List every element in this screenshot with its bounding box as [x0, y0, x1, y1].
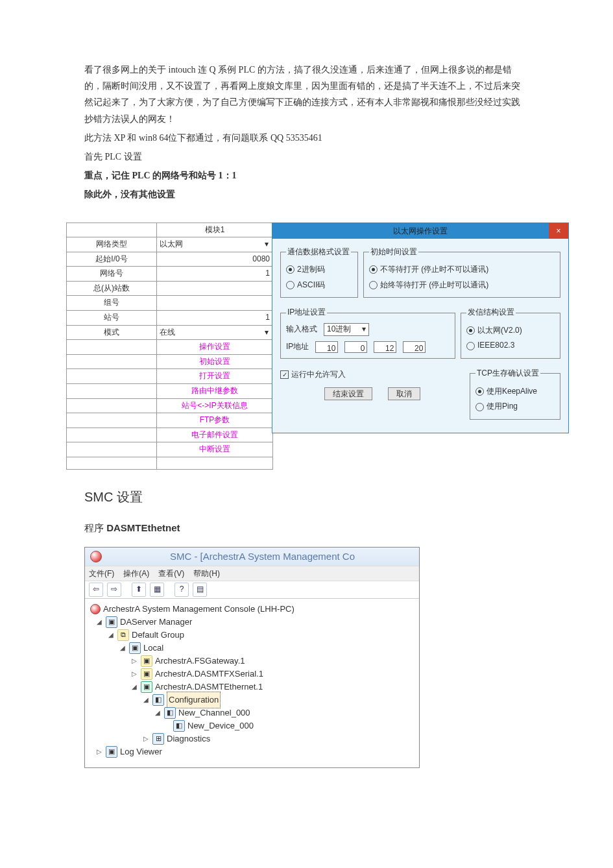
row-net-type-value[interactable]: 以太网 ▾	[157, 237, 273, 252]
menu-file[interactable]: 文件(F)	[89, 566, 114, 581]
toolbar-back-icon[interactable]: ⇦	[89, 583, 103, 597]
tree-dasmteth[interactable]: ▣ ArchestrA.DASMTEthernet.1	[90, 681, 414, 693]
row-mode-value[interactable]: 在线 ▾	[157, 325, 273, 340]
tree-logviewer[interactable]: ▣ Log Viewer	[90, 745, 414, 758]
radio-nowait-label: 不等待打开 (停止时不可以通讯)	[380, 263, 488, 277]
ip-octet-1[interactable]: 10	[315, 341, 338, 353]
console-icon	[90, 604, 101, 614]
computer-icon: ▣	[129, 642, 141, 654]
diagnostics-icon: ⊞	[152, 733, 164, 745]
expand-icon[interactable]	[155, 707, 162, 719]
link-route-relay[interactable]: 路由中继参数	[157, 384, 273, 399]
radio-icon	[466, 326, 475, 335]
paragraph-intro: 看了很多网上的关于 intouch 连 Q 系例 PLC 的方法，搞了很久没连通…	[84, 62, 529, 127]
expand-icon[interactable]	[108, 629, 115, 641]
link-sta-ip-assoc[interactable]: 站号<->IP关联信息	[157, 398, 273, 413]
env-part2: 64位下都通过，有问题联系 QQ	[159, 133, 283, 143]
ip-settings-group: IP地址设置 输入格式 10进制 ▾ IP地址 10 0	[280, 306, 455, 359]
row-start-io-value[interactable]: 0080	[157, 252, 273, 267]
link-email-settings[interactable]: 电子邮件设置	[157, 428, 273, 442]
btn-cancel[interactable]: 取消	[388, 387, 420, 400]
init-time-legend: 初始时间设置	[369, 245, 418, 259]
link-init-settings[interactable]: 初始设置	[157, 354, 273, 369]
expand-icon[interactable]	[120, 642, 126, 654]
program-name: DASMTEthetnet	[106, 522, 180, 533]
smc-screenshot: SMC - [ArchestrA System Management Co 文件…	[84, 547, 420, 768]
radio-icon	[369, 265, 378, 274]
radio-ping[interactable]: 使用Ping	[475, 400, 555, 414]
radio-binary[interactable]: 2进制码	[286, 263, 352, 277]
server-icon: ▣	[106, 616, 117, 628]
link-interrupt-settings[interactable]: 中断设置	[157, 442, 273, 457]
config-icon: ◧	[152, 694, 164, 706]
ip-octet-3[interactable]: 12	[374, 341, 396, 353]
expand-icon[interactable]	[132, 655, 138, 667]
menu-view[interactable]: 查看(V)	[158, 566, 184, 581]
tree-fsgateway[interactable]: ▣ ArchestrA.FSGateway.1	[90, 655, 414, 668]
row-group-value[interactable]	[157, 296, 273, 311]
dropdown-icon: ▾	[362, 322, 366, 337]
ip-address-label: IP地址	[286, 340, 309, 354]
btn-end-settings[interactable]: 结束设置	[324, 387, 372, 400]
tree-logviewer-label: Log Viewer	[120, 744, 162, 759]
toolbar-props-icon[interactable]: ▦	[150, 583, 164, 597]
ip-octet-4[interactable]: 20	[403, 341, 426, 353]
radio-wait[interactable]: 始终等待打开 (停止时可以通讯)	[369, 278, 555, 293]
toolbar-help-icon[interactable]: ?	[174, 583, 189, 597]
ip-format-select[interactable]: 10进制 ▾	[324, 323, 369, 336]
smc-heading: SMC 设置	[84, 485, 529, 509]
toolbar-up-icon[interactable]: ⬆	[132, 583, 146, 597]
radio-wait-label: 始终等待打开 (停止时可以通讯)	[380, 278, 488, 293]
radio-eth-v2[interactable]: 以太网(V2.0)	[466, 324, 555, 338]
menu-help[interactable]: 帮助(H)	[193, 566, 220, 581]
expand-icon[interactable]	[97, 616, 103, 628]
radio-nowait[interactable]: 不等待打开 (停止时不可以通讯)	[369, 263, 555, 277]
driver-icon: ▣	[141, 655, 152, 667]
smc-app-icon	[90, 551, 102, 562]
toolbar-refresh-icon[interactable]: ▤	[193, 583, 207, 597]
expand-icon[interactable]	[143, 694, 150, 706]
tree-daserver[interactable]: ▣ DAServer Manager	[90, 616, 414, 629]
init-time-group: 初始时间设置 不等待打开 (停止时不可以通讯) 始终等待打开 (停止时可以通讯)	[363, 245, 560, 298]
dialog-title-bar: 以太网操作设置 ×	[272, 223, 568, 239]
link-op-settings[interactable]: 操作设置	[157, 340, 273, 355]
paragraph-no-other: 除此外，没有其他设置	[84, 186, 529, 202]
radio-ascii[interactable]: ASCII码	[286, 278, 352, 293]
radio-icon	[286, 265, 294, 274]
tree-dasmtfx[interactable]: ▣ ArchestrA.DASMTFXSerial.1	[90, 668, 414, 681]
ip-format-value: 10进制	[327, 322, 351, 337]
link-ftp-params[interactable]: FTP参数	[157, 413, 273, 428]
expand-icon[interactable]	[132, 668, 138, 680]
radio-eth-v2-label: 以太网(V2.0)	[477, 324, 522, 338]
expand-icon[interactable]	[132, 681, 138, 693]
dialog-close-button[interactable]: ×	[549, 223, 568, 239]
checkbox-allow-write[interactable]: 运行中允许写入	[280, 368, 464, 382]
tree-configuration[interactable]: ◧ Configuration	[90, 693, 414, 706]
tree-device[interactable]: ◧ New_Device_000	[90, 719, 414, 732]
row-mode-label: 模式	[67, 325, 157, 340]
tree-diagnostics[interactable]: ⊞ Diagnostics	[90, 732, 414, 745]
radio-keepalive[interactable]: 使用KeepAlive	[475, 385, 555, 399]
radio-ieee[interactable]: IEEE802.3	[466, 339, 555, 353]
row-net-no-value[interactable]: 1	[157, 267, 273, 282]
ip-format-label: 输入格式	[286, 322, 317, 337]
tree-channel[interactable]: ◧ New_Channel_000	[90, 706, 414, 719]
expand-icon[interactable]	[143, 733, 150, 745]
channel-icon: ◧	[164, 707, 176, 719]
radio-ieee-label: IEEE802.3	[477, 339, 514, 353]
row-station-value[interactable]: 1	[157, 311, 273, 326]
paragraph-first-plc: 首先 PLC 设置	[84, 149, 529, 165]
toolbar-forward-icon[interactable]: ⇨	[107, 583, 121, 597]
expand-icon[interactable]	[97, 746, 103, 758]
menu-action[interactable]: 操作(A)	[123, 566, 149, 581]
comm-format-legend: 通信数据格式设置	[286, 245, 351, 259]
tree-root[interactable]: ArchestrA System Management Console (LHH…	[90, 603, 414, 616]
tree-local[interactable]: ▣ Local	[90, 642, 414, 655]
ip-octet-2[interactable]: 0	[344, 341, 367, 353]
tree-default-group[interactable]: ⧉ Default Group	[90, 629, 414, 642]
radio-ascii-label: ASCII码	[297, 278, 325, 293]
row-total-sta-value[interactable]	[157, 281, 273, 296]
link-open-settings[interactable]: 打开设置	[157, 369, 273, 384]
logviewer-icon: ▣	[106, 746, 117, 758]
mode-text: 在线	[160, 328, 175, 337]
